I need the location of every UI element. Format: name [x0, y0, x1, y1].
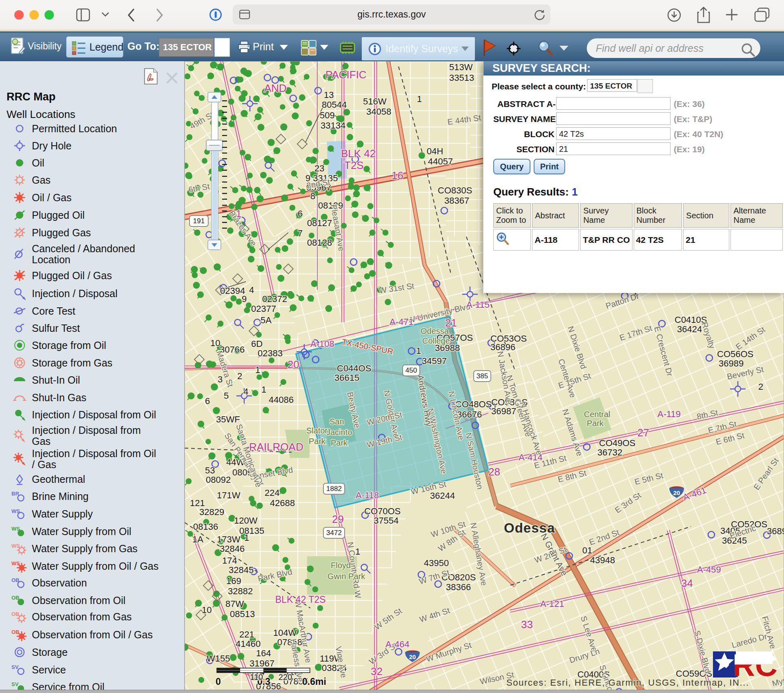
svg-text:41460: 41460	[236, 639, 261, 649]
svg-text:169: 169	[226, 576, 241, 586]
svg-text:37554: 37554	[374, 515, 399, 526]
svg-text:33: 33	[521, 618, 533, 631]
svg-text:02394: 02394	[220, 286, 245, 296]
svg-text:A-459: A-459	[697, 564, 721, 575]
svg-text:43948: 43948	[590, 555, 615, 565]
svg-text:08092: 08092	[206, 475, 231, 485]
svg-text:21: 21	[445, 317, 457, 329]
svg-text:CO49OS: CO49OS	[599, 438, 635, 448]
svg-text:A-464: A-464	[385, 639, 410, 649]
svg-text:36897: 36897	[767, 526, 784, 536]
svg-text:1: 1	[236, 208, 241, 219]
svg-text:27: 27	[637, 426, 649, 439]
svg-text:A-119: A-119	[657, 409, 681, 419]
svg-text:CO56OS: CO56OS	[717, 349, 753, 359]
svg-text:9: 9	[242, 294, 247, 304]
svg-text:28: 28	[488, 466, 500, 478]
svg-text:164: 164	[256, 648, 271, 658]
svg-text:20: 20	[673, 489, 680, 496]
svg-text:38366: 38366	[446, 582, 471, 592]
svg-text:C044OS: C044OS	[337, 363, 371, 373]
svg-text:OB: OB	[11, 595, 20, 601]
svg-text:02377: 02377	[251, 304, 276, 314]
svg-text:16: 16	[392, 169, 403, 182]
svg-text:OB: OB	[11, 611, 20, 617]
svg-text:44057: 44057	[428, 156, 453, 167]
svg-text:34597: 34597	[422, 356, 447, 366]
svg-text:221: 221	[239, 629, 254, 640]
svg-text:2: 2	[237, 371, 242, 381]
svg-text:1: 1	[416, 346, 421, 356]
svg-text:1: 1	[261, 384, 266, 395]
svg-text:171W: 171W	[217, 490, 241, 500]
svg-text:32: 32	[371, 665, 383, 677]
svg-text:10: 10	[210, 338, 220, 348]
svg-text:BLK 42: BLK 42	[341, 147, 376, 160]
svg-text:Central: Central	[584, 410, 610, 419]
svg-text:8: 8	[310, 191, 315, 201]
svg-text:110: 110	[250, 673, 263, 682]
svg-text:36987: 36987	[491, 406, 516, 416]
svg-text:Park: Park	[309, 437, 326, 446]
svg-text:174: 174	[222, 555, 237, 566]
svg-text:6: 6	[205, 396, 210, 406]
svg-text:A-414: A-414	[519, 452, 543, 462]
svg-text:5A: 5A	[261, 315, 272, 325]
svg-text:7: 7	[298, 228, 303, 238]
svg-text:80544: 80544	[322, 100, 347, 110]
svg-text:33134: 33134	[321, 120, 345, 131]
svg-text:1: 1	[244, 533, 249, 543]
svg-text:08128: 08128	[307, 238, 332, 248]
svg-text:32846: 32846	[220, 544, 245, 554]
svg-text:4: 4	[249, 285, 254, 295]
svg-text:42688: 42688	[270, 498, 295, 508]
svg-text:T2S: T2S	[344, 159, 364, 171]
svg-text:RC: RC	[733, 648, 777, 682]
svg-text:220: 220	[278, 673, 292, 682]
svg-text:20: 20	[409, 653, 416, 660]
svg-text:36424: 36424	[677, 324, 702, 334]
svg-text:A-108: A-108	[310, 339, 334, 349]
svg-text:6D: 6D	[251, 339, 263, 349]
svg-text:SV: SV	[11, 681, 19, 687]
svg-text:53: 53	[205, 465, 215, 475]
svg-text:0.6mi: 0.6mi	[302, 676, 326, 687]
svg-text:36989: 36989	[719, 358, 744, 369]
svg-text:OB: OB	[11, 629, 20, 635]
svg-text:0: 0	[216, 676, 221, 687]
svg-text:5: 5	[224, 391, 229, 401]
svg-text:Floyd: Floyd	[331, 561, 351, 570]
svg-text:08135: 08135	[239, 526, 264, 536]
svg-text:Jacinto: Jacinto	[326, 428, 352, 437]
svg-text:1882: 1882	[326, 485, 342, 493]
svg-text:36732: 36732	[597, 447, 622, 458]
svg-text:04H: 04H	[427, 146, 443, 156]
svg-text:173W: 173W	[217, 534, 241, 544]
svg-text:450: 450	[405, 366, 417, 374]
svg-text:513W: 513W	[449, 62, 473, 72]
svg-text:Park: Park	[331, 438, 348, 447]
svg-text:3: 3	[218, 374, 223, 384]
svg-text:35WF: 35WF	[216, 414, 240, 424]
svg-text:6: 6	[298, 209, 303, 219]
svg-text:A-118: A-118	[356, 490, 379, 500]
svg-text:1: 1	[417, 94, 422, 104]
svg-text:San: San	[330, 417, 344, 426]
svg-text:120W: 120W	[234, 515, 258, 526]
svg-text:516W: 516W	[363, 96, 387, 107]
svg-text:1A: 1A	[192, 534, 203, 544]
svg-text:RAILROAD: RAILROAD	[249, 441, 303, 453]
svg-text:AND: AND	[264, 82, 287, 94]
svg-text:509: 509	[320, 110, 335, 120]
svg-text:10: 10	[202, 605, 212, 615]
svg-text:32882: 32882	[228, 586, 253, 596]
svg-text:1: 1	[255, 365, 260, 375]
svg-text:3472: 3472	[326, 529, 342, 537]
svg-text:43950: 43950	[424, 558, 449, 568]
svg-text:08513: 08513	[230, 609, 255, 619]
svg-text:104W: 104W	[273, 628, 297, 638]
svg-text:224: 224	[265, 488, 280, 498]
svg-text:36615: 36615	[334, 373, 359, 383]
svg-text:08136: 08136	[193, 522, 218, 532]
svg-text:A-121: A-121	[540, 599, 564, 609]
